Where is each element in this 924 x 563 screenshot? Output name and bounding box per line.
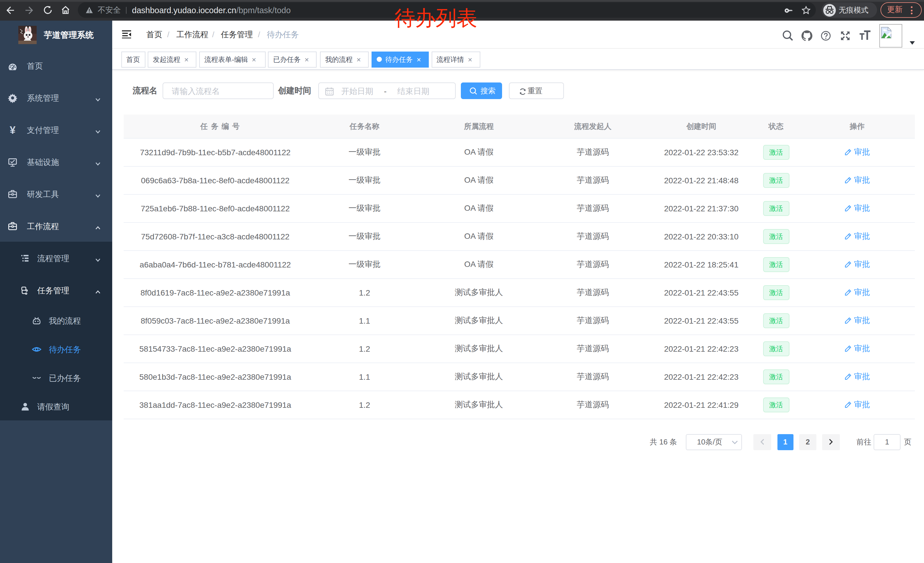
svg-text:¥: ¥ xyxy=(10,125,16,135)
